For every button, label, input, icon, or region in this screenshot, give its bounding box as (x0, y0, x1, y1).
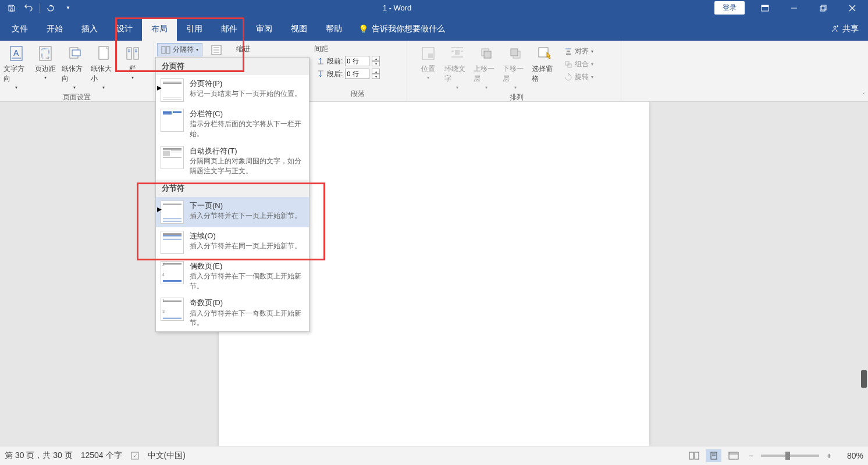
spacing-after-up[interactable]: ▴ (372, 69, 380, 74)
login-button[interactable]: 登录 (714, 1, 745, 15)
svg-rect-25 (166, 46, 170, 53)
spacing-after-down[interactable]: ▾ (372, 74, 380, 79)
spacing-before-input[interactable] (345, 56, 369, 66)
spacing-before-up[interactable]: ▴ (372, 56, 380, 61)
minimize-button[interactable] (781, 0, 807, 16)
bring-forward-icon (477, 44, 496, 63)
rotate-button[interactable]: 旋转 ▾ (561, 71, 597, 83)
group-label: 段落 (311, 88, 404, 100)
quick-access-toolbar: ▼ (0, 2, 80, 15)
document-area (0, 102, 868, 446)
size-icon (94, 44, 113, 63)
scrollbar-thumb[interactable] (861, 370, 867, 388)
ribbon: A 文字方向 ▾ 页边距 ▾ 纸张方向 ▾ (0, 41, 868, 102)
menu-item-even-page[interactable]: 2 4 偶数页(E) 插入分节符并在下一偶数页上开始新节。 (156, 257, 309, 295)
dropdown-section-section-breaks: 分节符 (156, 180, 309, 197)
status-bar: 第 30 页，共 30 页 12504 个字 中文(中国) − + 80% (0, 446, 868, 465)
tab-insert[interactable]: 插入 (72, 17, 107, 41)
orientation-button[interactable]: 纸张方向 ▾ (61, 43, 88, 91)
tab-home[interactable]: 开始 (37, 17, 72, 41)
undo-button[interactable] (22, 2, 36, 15)
tab-view[interactable]: 视图 (282, 17, 316, 41)
zoom-out-button[interactable]: − (746, 450, 756, 461)
wrap-text-button[interactable]: 环绕文字 ▾ (443, 43, 471, 91)
status-proofing-icon[interactable] (130, 451, 140, 460)
spacing-after-icon (316, 70, 325, 78)
svg-rect-52 (689, 452, 693, 459)
svg-rect-48 (566, 53, 571, 55)
close-button[interactable] (839, 0, 866, 16)
svg-rect-36 (455, 50, 460, 55)
view-print-layout[interactable] (706, 449, 721, 462)
svg-rect-18 (127, 48, 131, 59)
title-right: 登录 (714, 0, 868, 16)
send-backward-button[interactable]: 下移一层 ▾ (501, 43, 529, 91)
selection-pane-button[interactable]: 选择窗格 (531, 43, 558, 85)
zoom-in-button[interactable]: + (824, 450, 834, 461)
breaks-button[interactable]: 分隔符 ▾ (157, 43, 202, 56)
dropdown-section-page-breaks: 分页符 (156, 58, 309, 75)
svg-rect-57 (729, 452, 738, 459)
submenu-indicator: ▸ (157, 84, 161, 90)
group-button[interactable]: 组合 ▾ (561, 58, 597, 70)
svg-rect-42 (484, 51, 491, 58)
redo-button[interactable] (44, 2, 58, 15)
svg-rect-44 (511, 49, 518, 56)
view-read-mode[interactable] (686, 449, 702, 462)
tab-mail[interactable]: 邮件 (212, 17, 247, 41)
menu-item-continuous[interactable]: 连续(O) 插入分节符并在同一页上开始新节。 (156, 227, 309, 257)
spacing-before-row: 段前: ▴ ▾ (314, 55, 382, 67)
tab-help[interactable]: 帮助 (316, 17, 351, 41)
ribbon-collapse-button[interactable]: ˇ (863, 92, 865, 99)
share-icon (831, 25, 839, 33)
bring-forward-button[interactable]: 上移一层 ▾ (472, 43, 500, 91)
svg-rect-24 (162, 46, 165, 53)
svg-rect-49 (565, 62, 569, 65)
menu-item-page-break[interactable]: ▸ 分页符(P) 标记一页结束与下一页开始的位置。 (156, 75, 309, 105)
status-page[interactable]: 第 30 页，共 30 页 (5, 450, 73, 461)
size-button[interactable]: 纸张大小 ▾ (90, 43, 118, 91)
qat-customize[interactable]: ▼ (61, 2, 75, 15)
svg-rect-51 (131, 452, 138, 459)
columns-button[interactable]: 栏 ▾ (119, 43, 147, 81)
page-break-icon (161, 78, 184, 102)
menu-item-next-page[interactable]: ▸ 下一页(N) 插入分节符并在下一页上开始新节。 (156, 197, 309, 227)
save-button[interactable] (5, 2, 19, 15)
position-button[interactable]: 位置 ▾ (414, 43, 442, 81)
ribbon-display-button[interactable] (752, 0, 778, 16)
margins-button[interactable]: 页边距 ▾ (31, 43, 59, 81)
svg-rect-47 (567, 51, 570, 52)
svg-rect-50 (568, 64, 571, 67)
tab-file[interactable]: 文件 (2, 17, 37, 41)
tab-layout[interactable]: 布局 (142, 17, 177, 41)
tab-references[interactable]: 引用 (177, 17, 212, 41)
tab-design[interactable]: 设计 (107, 17, 142, 41)
share-label: 共享 (842, 24, 859, 34)
view-web-layout[interactable] (726, 449, 741, 462)
share-button[interactable]: 共享 (821, 17, 868, 41)
tab-review[interactable]: 审阅 (247, 17, 282, 41)
maximize-button[interactable] (810, 0, 837, 16)
spacing-header: 间距 (314, 44, 328, 54)
menu-item-column-break[interactable]: 分栏符(C) 指示分栏符后面的文字将从下一栏开始。 (156, 105, 309, 142)
tell-me-search[interactable]: 💡 告诉我你想要做什么 (351, 24, 452, 41)
spacing-after-input[interactable] (345, 69, 369, 79)
align-button[interactable]: 对齐 ▾ (561, 45, 597, 58)
margins-icon (36, 44, 55, 63)
status-language[interactable]: 中文(中国) (148, 450, 186, 461)
svg-rect-16 (72, 50, 80, 56)
zoom-slider-thumb[interactable] (785, 452, 790, 460)
status-words[interactable]: 12504 个字 (81, 450, 122, 461)
text-direction-button[interactable]: A 文字方向 ▾ (2, 43, 30, 91)
zoom-slider[interactable] (761, 455, 819, 457)
menu-item-text-wrap[interactable]: 自动换行符(T) 分隔网页上的对象周围的文字，如分隔题注文字与正文。 (156, 142, 309, 180)
columns-icon (123, 44, 142, 63)
spacing-before-down[interactable]: ▾ (372, 61, 380, 66)
group-paragraph: 间距 段前: ▴ ▾ 段后: ▴ ▾ 段落 (308, 41, 407, 101)
selection-pane-icon (535, 44, 554, 63)
column-break-icon (161, 109, 184, 132)
zoom-percentage[interactable]: 80% (839, 451, 863, 460)
menu-item-odd-page[interactable]: 1 3 奇数页(D) 插入分节符并在下一奇数页上开始新节。 (156, 294, 309, 331)
submenu-indicator: ▸ (157, 206, 161, 212)
text-direction-icon: A (7, 44, 26, 63)
